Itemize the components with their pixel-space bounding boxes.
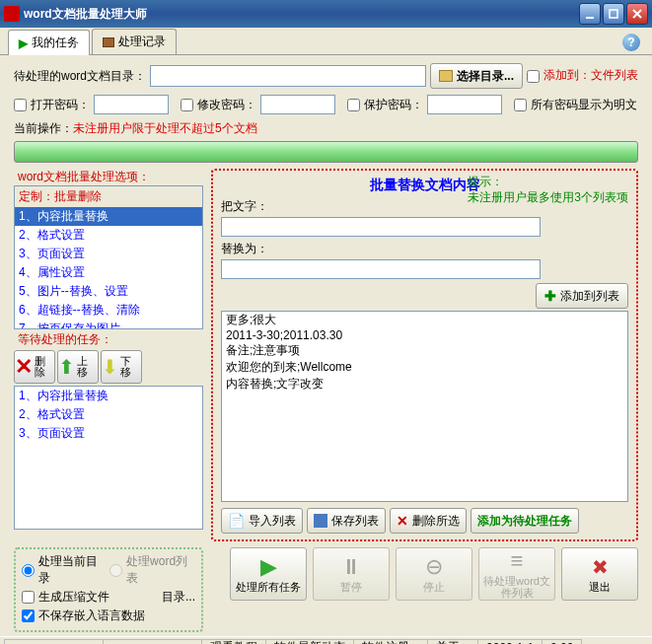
button-label: 导入列表	[249, 513, 296, 530]
option-item[interactable]: 3、页面设置	[15, 245, 202, 263]
queue-title: 等待处理的任务：	[18, 331, 203, 348]
add-to-list-checkbox[interactable]	[527, 70, 540, 83]
briefcase-icon	[103, 37, 114, 47]
modify-pw-label: 修改密码：	[197, 97, 256, 113]
maximize-button[interactable]	[603, 3, 624, 25]
add-as-task-button[interactable]: 添加为待处理任务	[471, 508, 579, 534]
button-label: 添加为待处理任务	[477, 513, 572, 530]
replace-line[interactable]: 内容替换;文字改变	[222, 376, 627, 393]
pause-button[interactable]: ⏸ 暂停	[313, 547, 390, 601]
pending-list-button[interactable]: ≡ 待处理word文件列表	[478, 547, 555, 601]
menu-dir-link[interactable]: 目录...	[162, 589, 195, 606]
close-button[interactable]	[626, 3, 648, 25]
svg-rect-0	[586, 17, 594, 19]
status-blank-1	[4, 639, 103, 645]
compress-checkbox[interactable]	[22, 591, 35, 604]
help-icon[interactable]: ?	[622, 34, 640, 51]
queue-down-button[interactable]: ⬇下移	[101, 350, 142, 384]
modify-pw-checkbox[interactable]	[181, 99, 193, 111]
show-plain-checkbox[interactable]	[514, 99, 527, 111]
add-to-list-button[interactable]: ✚ 添加到列表	[536, 283, 628, 309]
process-current-radio[interactable]	[22, 564, 35, 577]
queue-item[interactable]: 3、页面设置	[15, 424, 202, 443]
process-list-radio	[109, 564, 122, 577]
open-pw-checkbox[interactable]	[14, 99, 27, 111]
find-input[interactable]	[221, 217, 541, 237]
play-icon: ▶	[19, 36, 28, 50]
arrow-up-icon: ⬆	[58, 355, 75, 379]
play-icon: ▶	[260, 555, 277, 579]
titlebar: word文档批量处理大师	[0, 0, 652, 28]
replace-line[interactable]: 备注;注意事项	[222, 342, 627, 359]
options-title: word文档批量处理选项：	[14, 169, 203, 185]
status-date: 2002-1-1	[477, 639, 542, 645]
import-list-button[interactable]: 📄 导入列表	[221, 508, 303, 534]
option-item[interactable]: 1、内容批量替换	[15, 207, 202, 226]
current-op-msg: 未注册用户限于处理不超过5个文档	[73, 121, 257, 135]
replace-label: 替换为：	[221, 241, 628, 257]
statusbar: 观看教程 软件最新动态 软件注册... 关于... 2002-1-1 2:00	[0, 636, 652, 644]
queue-item[interactable]: 2、格式设置	[15, 405, 202, 424]
folder-icon	[439, 70, 453, 82]
replace-input[interactable]	[221, 259, 541, 279]
option-item[interactable]: 2、格式设置	[15, 226, 202, 245]
option-item[interactable]: 5、图片--替换、设置	[15, 282, 202, 301]
replace-line[interactable]: 欢迎您的到来;Wellcome	[222, 359, 627, 376]
status-about[interactable]: 关于...	[427, 639, 477, 645]
compress-label: 生成压缩文件	[38, 589, 109, 606]
option-item[interactable]: 6、超链接--替换、清除	[15, 301, 202, 320]
options-list[interactable]: 定制：批量删除 1、内容批量替换 2、格式设置 3、页面设置 4、属性设置 5、…	[14, 185, 203, 329]
stop-button[interactable]: ⊖ 停止	[396, 547, 472, 601]
minimize-button[interactable]	[579, 3, 601, 25]
exit-button[interactable]: ✖ 退出	[561, 547, 638, 601]
button-label: 处理所有任务	[236, 581, 301, 593]
replace-list[interactable]: 更多;很大 2011-3-30;2011.03.30 备注;注意事项 欢迎您的到…	[221, 311, 628, 502]
plus-icon: ✚	[544, 288, 556, 304]
add-to-label: 添加到：文件列表	[543, 69, 638, 82]
open-pw-label: 打开密码：	[31, 97, 90, 113]
status-news[interactable]: 软件最新动态	[265, 639, 353, 645]
dir-input[interactable]	[150, 65, 426, 87]
tab-history[interactable]: 处理记录	[92, 29, 177, 54]
protect-pw-checkbox[interactable]	[347, 99, 360, 111]
protect-pw-input[interactable]	[427, 95, 502, 114]
protect-pw-label: 保护密码：	[364, 97, 423, 113]
button-label: 删除所选	[412, 513, 460, 530]
delete-selected-button[interactable]: ✕ 删除所选	[390, 508, 467, 534]
option-item[interactable]: 4、属性设置	[15, 263, 202, 282]
pause-icon: ⏸	[340, 555, 362, 579]
queue-up-button[interactable]: ⬆上移	[57, 350, 99, 384]
option-item[interactable]: 7、按页保存为图片	[15, 320, 202, 328]
tab-label: 我的任务	[32, 35, 79, 51]
button-label: 添加到列表	[560, 288, 619, 305]
options-dotted-box: 处理当前目录 处理word列表 生成压缩文件 目录... 不保存嵌入语言数据	[14, 547, 203, 632]
modify-pw-input[interactable]	[260, 95, 335, 114]
run-all-button[interactable]: ▶ 处理所有任务	[230, 547, 307, 601]
hint-label: 提示：	[468, 175, 503, 188]
status-watch-tutorial[interactable]: 观看教程	[201, 639, 265, 645]
status-register[interactable]: 软件注册...	[353, 639, 427, 645]
show-plain-label: 所有密码显示为明文	[531, 97, 637, 113]
x-icon: ✕	[397, 513, 408, 529]
tabs-row: ▶ 我的任务 处理记录 ?	[0, 28, 652, 55]
queue-list[interactable]: 1、内容批量替换 2、格式设置 3、页面设置	[14, 386, 203, 530]
options-header: 定制：批量删除	[15, 186, 202, 207]
right-panel: 批量替换文档内容 提示： 未注册用户最多使用3个列表项 把文字： 替换为： ✚ …	[211, 169, 638, 541]
replace-line[interactable]: 更多;很大	[222, 312, 627, 328]
replace-line[interactable]: 2011-3-30;2011.03.30	[222, 328, 627, 342]
button-label: 待处理word文件列表	[479, 575, 554, 599]
nosave-label: 不保存嵌入语言数据	[38, 608, 145, 624]
open-pw-input[interactable]	[94, 95, 169, 114]
radio-label-disabled: 处理word列表	[126, 553, 195, 587]
dir-label: 待处理的word文档目录：	[14, 68, 146, 85]
queue-item[interactable]: 1、内容批量替换	[15, 387, 202, 405]
hint-box: 提示： 未注册用户最多使用3个列表项	[468, 175, 628, 205]
radio-label: 处理当前目录	[38, 553, 106, 587]
tab-my-tasks[interactable]: ▶ 我的任务	[8, 30, 90, 55]
nosave-checkbox[interactable]	[22, 609, 35, 622]
import-icon: 📄	[228, 513, 245, 529]
queue-delete-button[interactable]: ✕删除	[14, 350, 55, 384]
list-icon: ≡	[511, 549, 524, 573]
save-list-button[interactable]: 保存列表	[307, 508, 386, 534]
select-dir-button[interactable]: 选择目录...	[430, 63, 523, 89]
